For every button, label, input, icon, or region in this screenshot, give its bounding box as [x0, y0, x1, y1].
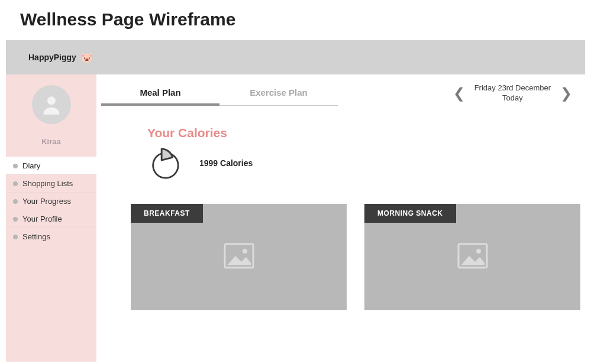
avatar[interactable]	[32, 85, 71, 124]
meals-row: BREAKFAST MORNING SNACK	[101, 204, 580, 310]
bullet-icon	[13, 181, 18, 186]
meal-label: MORNING SNACK	[364, 204, 456, 223]
calories-section: Your Calories 1999 Calories	[147, 126, 580, 180]
tab-exercise-plan[interactable]: Exercise Plan	[219, 80, 338, 105]
meal-card-breakfast[interactable]: BREAKFAST	[131, 204, 347, 310]
tabs-row: Meal Plan Exercise Plan ❮ Friday 23rd De…	[101, 80, 580, 106]
calories-title: Your Calories	[147, 126, 580, 140]
sidebar-item-label: Your Profile	[22, 214, 62, 223]
sidebar-item-your-progress[interactable]: Your Progress	[6, 192, 96, 210]
meal-card-morning-snack[interactable]: MORNING SNACK	[364, 204, 580, 310]
sidebar: Kiraa Diary Shopping Lists Your Progress…	[6, 74, 96, 362]
sidebar-item-shopping-lists[interactable]: Shopping Lists	[6, 174, 96, 192]
chevron-left-icon[interactable]: ❮	[451, 85, 467, 102]
tab-meal-plan[interactable]: Meal Plan	[101, 80, 219, 106]
calories-row: 1999 Calories	[147, 146, 580, 180]
sidebar-item-label: Settings	[22, 232, 50, 241]
page-title: Wellness Page Wireframe	[0, 0, 591, 40]
bullet-icon	[13, 164, 18, 168]
username: Kiraa	[41, 137, 61, 146]
svg-point-3	[243, 249, 247, 254]
sidebar-item-diary[interactable]: Diary	[6, 157, 96, 174]
calories-value: 1999 Calories	[199, 158, 253, 168]
svg-point-0	[47, 96, 56, 105]
sidebar-item-label: Shopping Lists	[22, 179, 73, 188]
sidebar-item-label: Diary	[22, 161, 40, 170]
date-nav: ❮ Friday 23rd December Today ❯	[451, 83, 580, 103]
sidebar-item-settings[interactable]: Settings	[6, 228, 96, 245]
pie-chart-icon	[147, 146, 182, 180]
image-placeholder-icon	[457, 243, 488, 271]
sidebar-item-your-profile[interactable]: Your Profile	[6, 210, 96, 228]
person-icon	[40, 93, 63, 116]
main-content: Meal Plan Exercise Plan ❮ Friday 23rd De…	[96, 74, 585, 362]
avatar-block: Kiraa	[6, 74, 96, 154]
date-line1: Friday 23rd December	[474, 83, 551, 93]
bullet-icon	[13, 217, 18, 222]
svg-point-5	[476, 249, 481, 254]
chevron-right-icon[interactable]: ❯	[558, 85, 574, 102]
tabs: Meal Plan Exercise Plan	[101, 80, 338, 106]
logo-text: HappyPiggy	[28, 53, 76, 62]
sidebar-nav: Diary Shopping Lists Your Progress Your …	[6, 157, 96, 245]
banner: HappyPiggy 🐷	[6, 40, 585, 74]
pig-icon: 🐷	[81, 52, 93, 63]
bullet-icon	[13, 199, 18, 204]
sidebar-item-label: Your Progress	[22, 197, 71, 206]
date-display: Friday 23rd December Today	[474, 83, 551, 103]
date-line2: Today	[474, 93, 551, 103]
meal-label: BREAKFAST	[131, 204, 203, 223]
bullet-icon	[13, 235, 18, 239]
image-placeholder-icon	[224, 243, 254, 271]
